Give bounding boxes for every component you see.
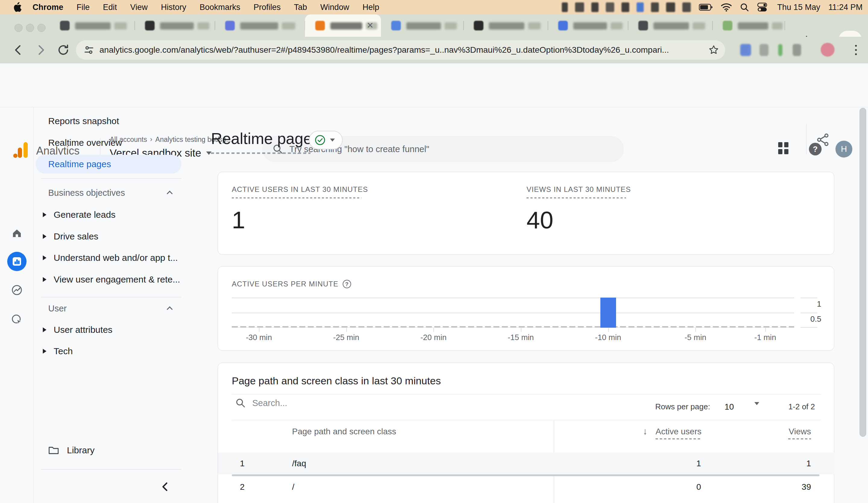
- collapse-chevron-icon[interactable]: [167, 306, 173, 312]
- sidebar-item-realtime-overview[interactable]: Realtime overview: [34, 134, 198, 152]
- column-header-views[interactable]: Views: [781, 427, 811, 437]
- site-settings-icon[interactable]: [84, 45, 94, 55]
- sidebar-collapse-button[interactable]: [157, 478, 174, 495]
- home-icon[interactable]: [11, 227, 23, 239]
- sidebar-item-tech[interactable]: Tech: [34, 342, 198, 360]
- battery-icon[interactable]: [699, 3, 713, 11]
- menu-edit[interactable]: Edit: [103, 3, 117, 12]
- expand-triangle-icon[interactable]: [43, 212, 46, 217]
- badge-dropdown-icon[interactable]: [330, 138, 335, 142]
- metric-label[interactable]: ACTIVE USERS IN LAST 30 MINUTES: [232, 185, 368, 194]
- sidebar-item-reports-snapshot[interactable]: Reports snapshot: [34, 112, 198, 130]
- status-icon-redacted[interactable]: [621, 2, 629, 12]
- bookmark-star-icon[interactable]: [708, 44, 719, 55]
- table-row[interactable]: 1/faq11: [218, 453, 835, 474]
- tab-4[interactable]: ×: [305, 14, 381, 37]
- window-close-button[interactable]: [14, 24, 23, 32]
- status-icon-redacted[interactable]: [575, 2, 584, 12]
- sidebar-section-user[interactable]: User: [34, 300, 198, 317]
- menu-history[interactable]: History: [161, 3, 186, 12]
- account-avatar[interactable]: H: [836, 141, 852, 158]
- rows-per-page-value[interactable]: 10: [725, 402, 734, 412]
- forward-button[interactable]: [34, 43, 48, 57]
- menu-tab[interactable]: Tab: [294, 3, 307, 12]
- page-title[interactable]: Realtime pages: [211, 129, 320, 148]
- table-row[interactable]: 2/039: [218, 476, 835, 498]
- column-header-active-users[interactable]: Active users: [655, 427, 702, 437]
- menu-chrome[interactable]: Chrome: [32, 3, 63, 12]
- tab-3[interactable]: [215, 14, 305, 37]
- window-zoom-button[interactable]: [37, 24, 45, 32]
- omnibox[interactable]: analytics.google.com/analytics/web/?auth…: [76, 40, 725, 60]
- status-icon-redacted[interactable]: [651, 2, 659, 12]
- wifi-icon[interactable]: [721, 3, 732, 11]
- status-icon-redacted[interactable]: [606, 2, 614, 12]
- sidebar-item-generate-leads[interactable]: Generate leads: [34, 206, 198, 224]
- status-icon-redacted[interactable]: [562, 2, 568, 12]
- sidebar-item-drive-sales[interactable]: Drive sales: [34, 228, 198, 245]
- expand-triangle-icon[interactable]: [43, 234, 46, 239]
- table-horizontal-scrollbar[interactable]: [232, 474, 819, 476]
- advertising-icon[interactable]: [11, 314, 23, 326]
- status-icon-redacted[interactable]: [682, 2, 691, 12]
- share-button[interactable]: [816, 133, 830, 147]
- tab-2[interactable]: [135, 14, 215, 37]
- metric-label[interactable]: VIEWS IN LAST 30 MINUTES: [527, 185, 631, 194]
- sidebar-item-user-attributes[interactable]: User attributes: [34, 321, 198, 339]
- menu-window[interactable]: Window: [320, 3, 349, 12]
- tab-5[interactable]: [381, 14, 464, 37]
- chrome-menu-button[interactable]: [853, 42, 859, 58]
- tab-1[interactable]: [50, 14, 135, 37]
- apple-icon[interactable]: [13, 2, 22, 12]
- column-header-page-path[interactable]: Page path and screen class: [292, 427, 396, 437]
- tab-6[interactable]: [464, 14, 548, 37]
- extension-icon-redacted[interactable]: [740, 44, 751, 56]
- expand-triangle-icon[interactable]: [43, 349, 46, 354]
- back-button[interactable]: [11, 43, 25, 57]
- status-icon-redacted[interactable]: [637, 2, 644, 12]
- table-search-input[interactable]: [252, 398, 463, 408]
- sidebar-item-understand-web[interactable]: Understand web and/or app t...: [34, 249, 198, 267]
- expand-triangle-icon[interactable]: [43, 327, 46, 332]
- status-icon-redacted[interactable]: [591, 2, 599, 12]
- expand-triangle-icon[interactable]: [43, 277, 46, 282]
- explore-icon[interactable]: [11, 284, 23, 296]
- apps-grid-icon[interactable]: [778, 142, 792, 154]
- menubar-date[interactable]: Thu 15 May: [777, 3, 820, 12]
- menubar-time[interactable]: 11:24 PM: [828, 3, 862, 12]
- tab-close-icon[interactable]: ×: [365, 19, 375, 32]
- browser-profile-avatar[interactable]: [821, 43, 835, 56]
- rows-per-page-dropdown-icon[interactable]: [754, 405, 759, 410]
- sidebar-item-library[interactable]: Library: [34, 441, 198, 459]
- cell-page-path: /: [292, 476, 294, 498]
- table-search[interactable]: [235, 398, 463, 408]
- tab-9[interactable]: [712, 14, 785, 37]
- reload-button[interactable]: [56, 43, 71, 57]
- sidebar-section-business-objectives[interactable]: Business objectives: [34, 184, 198, 202]
- spotlight-search-icon[interactable]: [740, 3, 749, 12]
- data-quality-badge[interactable]: [309, 131, 343, 149]
- page-scrollbar-thumb[interactable]: [860, 108, 866, 437]
- page-title-underline: [211, 153, 310, 154]
- menu-view[interactable]: View: [130, 3, 148, 12]
- url-text[interactable]: analytics.google.com/analytics/web/?auth…: [100, 45, 681, 55]
- tab-8[interactable]: [628, 14, 712, 37]
- sidebar-item-realtime-pages[interactable]: Realtime pages: [35, 155, 182, 174]
- menu-help[interactable]: Help: [363, 3, 380, 12]
- menu-profiles[interactable]: Profiles: [254, 3, 281, 12]
- extension-icon-redacted[interactable]: [778, 44, 783, 56]
- column-header-underline: [788, 438, 811, 439]
- control-center-icon[interactable]: [757, 3, 767, 12]
- tab-7[interactable]: [548, 14, 628, 37]
- sort-desc-icon[interactable]: ↓: [643, 426, 648, 437]
- status-icon-redacted[interactable]: [666, 2, 675, 12]
- extension-icon-redacted[interactable]: [760, 44, 768, 56]
- extension-icon-redacted[interactable]: [793, 44, 801, 56]
- menu-file[interactable]: File: [76, 3, 90, 12]
- sidebar-item-view-user-engagement[interactable]: View user engagement & rete...: [34, 271, 198, 289]
- collapse-chevron-icon[interactable]: [167, 191, 173, 197]
- expand-triangle-icon[interactable]: [43, 255, 46, 260]
- window-minimize-button[interactable]: [26, 24, 34, 32]
- menu-bookmarks[interactable]: Bookmarks: [199, 3, 240, 12]
- reports-icon[interactable]: [7, 252, 27, 271]
